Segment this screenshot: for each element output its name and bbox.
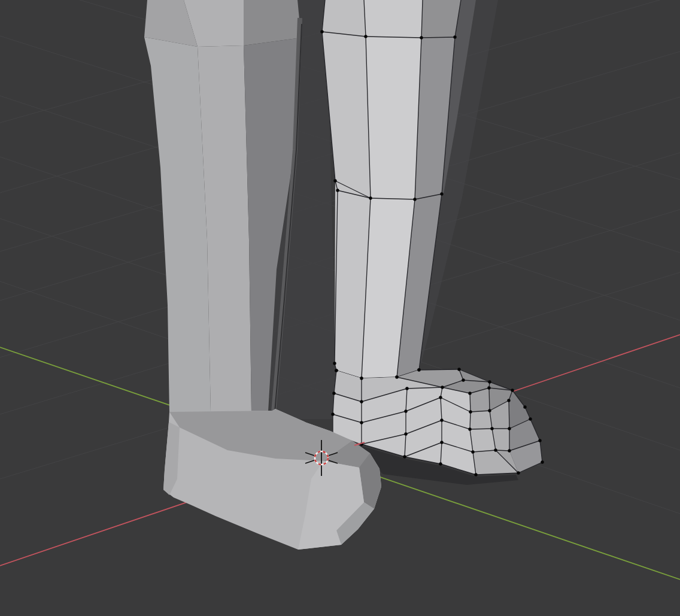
- mesh-face[interactable]: [364, 0, 423, 38]
- viewport-canvas[interactable]: [0, 0, 680, 616]
- mesh-vertex[interactable]: [488, 380, 491, 383]
- mesh-vertex[interactable]: [364, 35, 367, 38]
- mesh-vertex[interactable]: [403, 455, 406, 458]
- mesh-vertex[interactable]: [488, 409, 491, 412]
- mesh-vertex[interactable]: [474, 473, 477, 476]
- mesh-face[interactable]: [244, 0, 301, 45]
- mesh-face[interactable]: [470, 429, 496, 452]
- mesh-vertex[interactable]: [331, 412, 334, 415]
- mesh-vertex[interactable]: [440, 441, 443, 444]
- mesh-vertex[interactable]: [457, 368, 460, 371]
- mesh-vertex[interactable]: [440, 192, 443, 195]
- mesh-vertex[interactable]: [404, 409, 407, 412]
- mesh-vertex[interactable]: [508, 449, 511, 452]
- mesh-vertex[interactable]: [490, 427, 493, 430]
- mesh-vertex[interactable]: [453, 35, 456, 38]
- mesh-face[interactable]: [470, 411, 492, 429]
- mesh-vertex[interactable]: [471, 450, 474, 453]
- mesh-vertex[interactable]: [487, 386, 490, 389]
- mesh-face[interactable]: [366, 37, 421, 199]
- mesh-vertex[interactable]: [538, 439, 541, 442]
- mesh-vertex[interactable]: [511, 389, 514, 392]
- mesh-vertex[interactable]: [395, 375, 398, 378]
- mesh-vertex[interactable]: [420, 36, 423, 39]
- mesh-vertex[interactable]: [439, 396, 442, 399]
- mesh-vertex[interactable]: [360, 421, 363, 424]
- blender-3d-viewport[interactable]: [0, 0, 680, 616]
- mesh-vertex[interactable]: [508, 427, 511, 430]
- mesh-face[interactable]: [322, 0, 366, 37]
- mesh-vertex[interactable]: [333, 362, 336, 365]
- mesh-vertex[interactable]: [468, 392, 471, 395]
- mesh-vertex[interactable]: [462, 378, 465, 381]
- mesh-vertex[interactable]: [417, 368, 420, 371]
- mesh-vertex[interactable]: [469, 410, 472, 413]
- mesh-vertex[interactable]: [441, 386, 444, 389]
- mesh-vertex[interactable]: [440, 418, 443, 421]
- mesh-vertex[interactable]: [332, 392, 335, 395]
- mesh-vertex[interactable]: [369, 196, 372, 199]
- mesh-vertex[interactable]: [541, 460, 544, 463]
- mesh-vertex[interactable]: [360, 400, 363, 403]
- mesh-vertex[interactable]: [336, 189, 339, 192]
- mesh-vertex[interactable]: [439, 462, 442, 465]
- mesh-vertex[interactable]: [320, 30, 323, 33]
- mesh-vertex[interactable]: [523, 405, 526, 408]
- mesh-vertex[interactable]: [529, 417, 532, 420]
- mesh-vertex[interactable]: [507, 399, 510, 402]
- mesh-vertex[interactable]: [333, 179, 336, 182]
- mesh-vertex[interactable]: [335, 369, 338, 372]
- mesh-face[interactable]: [421, 0, 461, 38]
- mesh-vertex[interactable]: [517, 471, 520, 474]
- mesh-vertex[interactable]: [413, 198, 416, 201]
- mesh-vertex[interactable]: [404, 432, 407, 435]
- mesh-vertex[interactable]: [405, 387, 408, 390]
- mesh-vertex[interactable]: [468, 427, 471, 430]
- mesh-vertex[interactable]: [360, 377, 363, 380]
- mesh-vertex[interactable]: [494, 448, 497, 451]
